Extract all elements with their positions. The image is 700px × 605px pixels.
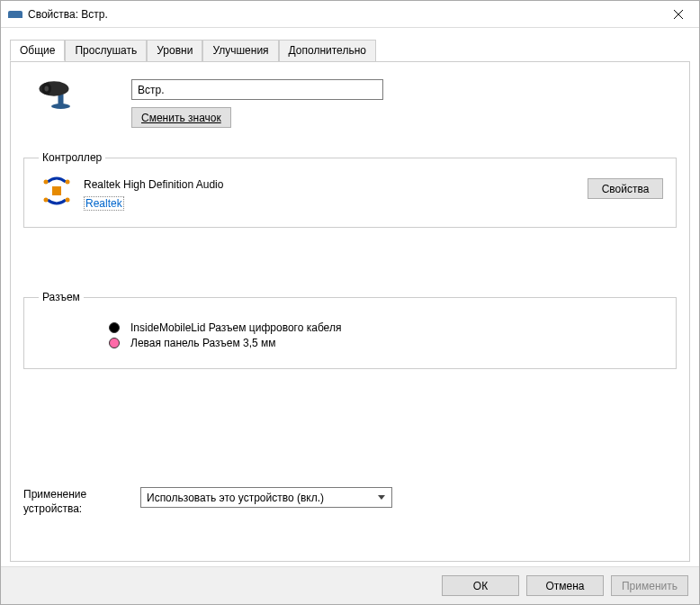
jack-list: InsideMobileLid Разъем цифрового кабеля …	[109, 321, 665, 349]
close-icon	[674, 10, 683, 19]
jack-label: Левая панель Разъем 3,5 мм	[130, 337, 276, 349]
tab-strip: Общие Прослушать Уровни Улучшения Дополн…	[10, 40, 690, 62]
controller-legend: Контроллер	[39, 151, 105, 164]
ok-button[interactable]: ОК	[442, 575, 519, 596]
sound-device-icon	[8, 11, 22, 18]
controller-vendor-link[interactable]: Realtek	[84, 196, 124, 211]
tab-levels[interactable]: Уровни	[147, 40, 202, 61]
jack-item: InsideMobileLid Разъем цифрового кабеля	[109, 321, 665, 334]
titlebar: Свойства: Встр.	[1, 1, 699, 28]
jack-label: InsideMobileLid Разъем цифрового кабеля	[130, 321, 341, 334]
cancel-button[interactable]: Отмена	[526, 575, 604, 596]
svg-point-10	[44, 198, 49, 203]
svg-point-6	[45, 86, 49, 92]
svg-point-9	[66, 180, 70, 185]
tab-general[interactable]: Общие	[10, 40, 65, 61]
jack-color-icon	[109, 322, 120, 333]
tab-advanced[interactable]: Дополнительно	[279, 40, 376, 61]
controller-group: Контроллер Realtek High Definition Audio	[23, 151, 677, 228]
tab-panel-general: Сменить значок Контроллер	[10, 61, 690, 562]
svg-point-8	[44, 180, 49, 185]
jack-group: Разъем InsideMobileLid Разъем цифрового …	[23, 291, 677, 369]
device-icon	[38, 79, 95, 114]
svg-rect-3	[58, 95, 64, 105]
device-usage-label: Применение устройства:	[23, 487, 140, 516]
controller-properties-button[interactable]: Свойства	[588, 178, 663, 199]
apply-button[interactable]: Применить	[611, 575, 688, 596]
tab-listen[interactable]: Прослушать	[65, 40, 147, 61]
dialog-footer: ОК Отмена Применить	[1, 566, 699, 604]
jack-color-icon	[109, 338, 120, 348]
controller-name: Realtek High Definition Audio	[84, 178, 223, 191]
tab-enhancements[interactable]: Улучшения	[202, 40, 278, 61]
svg-rect-12	[52, 186, 61, 195]
change-icon-label: Сменить значок	[141, 112, 221, 124]
svg-point-11	[66, 198, 70, 203]
close-button[interactable]	[658, 1, 699, 28]
window-title: Свойства: Встр.	[28, 8, 658, 21]
jack-item: Левая панель Разъем 3,5 мм	[109, 337, 665, 349]
device-name-input[interactable]	[131, 79, 383, 100]
device-usage-row: Применение устройства: Использовать это …	[23, 487, 392, 516]
change-icon-button[interactable]: Сменить значок	[131, 107, 231, 128]
jack-legend: Разъем	[39, 291, 84, 303]
device-usage-select[interactable]: Использовать это устройство (вкл.)	[140, 487, 392, 508]
realtek-icon	[42, 176, 71, 205]
